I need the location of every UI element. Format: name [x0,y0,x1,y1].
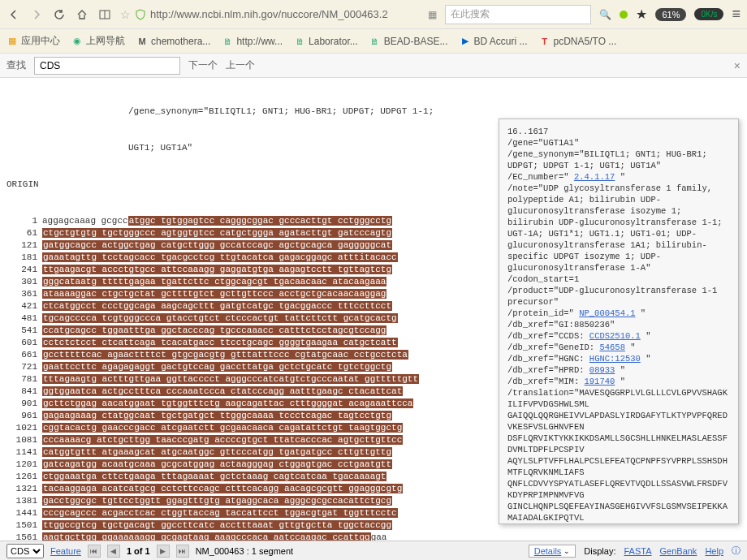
feature-protein: /protein_id=" NP_000454.1 " [507,308,730,319]
bookmark-item[interactable]: 🗎http://ww... [222,36,283,47]
feature-ec: /EC_number=" 2.4.1.17 " [507,171,730,183]
feature-ccds: /db_xref="CCDS: CCDS2510.1 " [507,330,730,342]
find-label: 查找 [6,58,26,72]
url-text[interactable]: http://www.ncbi.nlm.nih.gov/nuccore/NM_0… [150,8,420,20]
segment-label: NM_000463 : 1 segment [196,546,293,556]
prev-page[interactable]: ◀ [107,545,120,558]
reload-button[interactable] [52,7,67,22]
feature-codon: /codon_start=1 [507,274,730,285]
geneid-link[interactable]: 54658 [599,342,625,352]
hprd-link[interactable]: 08933 [589,365,615,375]
find-close[interactable]: × [734,59,741,72]
progress-badge: 61% [655,8,686,21]
search-box[interactable]: 在此搜索 [445,5,591,24]
bookmark-item[interactable]: ▶BD Accuri ... [460,36,528,47]
feature-location: 16..1617 [507,126,730,137]
protein-link[interactable]: NP_000454.1 [579,308,635,318]
feature-gene: /gene="UGT1A1" [507,137,730,149]
help-icon[interactable]: ⓘ [732,545,741,557]
home-button[interactable] [75,7,89,22]
fasta-link[interactable]: FASTA [624,546,651,556]
feature-gi: /db_xref="GI:8850236" [507,319,730,330]
speed-badge: 0K/s [694,8,723,20]
favorite-icon[interactable]: ★ [636,6,647,22]
browser-toolbar: ☆ http://www.ncbi.nlm.nih.gov/nuccore/NM… [0,0,747,29]
sequence-row: 1561aagtgcttgg ggaaaaaagg gcgagtaag aaag… [6,532,741,541]
bookmark-item[interactable]: 🗎BEAD-BASE... [369,36,448,47]
shield-icon[interactable] [136,9,145,20]
feature-mim: /db_xref="MIM: 191740 " [507,376,730,387]
feature-panel: 16..1617 /gene="UGT1A1" /gene_synonym="B… [499,118,739,524]
find-prev[interactable]: 上一个 [226,58,255,72]
forward-button[interactable] [29,7,44,22]
mim-link[interactable]: 191740 [585,377,615,386]
next-page[interactable]: ▶ [157,545,170,558]
bookmark-item[interactable]: 🗎Laborator... [294,36,358,47]
apps-link[interactable]: ▦应用中心 [6,34,60,48]
first-page[interactable]: ⏮ [88,545,101,558]
status-dot [620,11,628,19]
find-input[interactable] [34,57,180,75]
content-area: /gene_synonym="BILIQTL1; GNT1; HUG-BR1; … [0,78,747,541]
panel-button[interactable] [97,7,112,22]
bookmark-item[interactable]: ◉上网导航 [71,34,125,48]
url-bar: ☆ http://www.ncbi.nlm.nih.gov/nuccore/NM… [120,4,420,25]
qr-icon[interactable]: ▦ [428,9,437,20]
bottom-bar: CDS Feature ⏮ ◀ 1 of 1 ▶ ⏭ NM_000463 : 1… [0,541,747,560]
feature-hprd: /db_xref="HPRD: 08933 " [507,364,730,376]
bookmarks-bar: ▦应用中心 ◉上网导航 Mchemothera... 🗎http://ww...… [0,29,747,54]
help-link[interactable]: Help [705,546,723,556]
header-line: /gene_synonym="BILIQTL1; GNT1; HUG-BR1; … [6,106,741,118]
star-icon[interactable]: ☆ [120,8,131,21]
last-page[interactable]: ⏭ [176,545,189,558]
feature-synonym: /gene_synonym="BILIQTL1; GNT1; HUG-BR1; … [507,149,730,171]
feature-geneid: /db_xref="GeneID: 54658 " [507,342,730,353]
search-icon[interactable]: 🔍 [599,9,611,20]
bookmark-item[interactable]: Mchemothera... [136,36,210,47]
bookmark-item[interactable]: TpcDNA5/TO ... [539,36,617,47]
feature-note: /note="UDP glycosyltransferase 1 family,… [507,183,730,274]
feature-translation: /translation="MAVESQGGRPLVLGLLLCVLGPVVSH… [507,387,730,524]
feature-link[interactable]: Feature [50,546,81,556]
ec-link[interactable]: 2.4.1.17 [574,172,615,182]
page-indicator: 1 of 1 [127,546,150,556]
menu-icon[interactable]: ≡ [732,6,741,23]
find-next[interactable]: 下一个 [188,58,218,72]
ccds-link[interactable]: CCDS2510.1 [589,331,641,341]
details-button[interactable]: Details⌄ [529,545,576,558]
find-bar: 查找 下一个 上一个 × [0,54,747,78]
display-label: Display: [584,546,615,556]
genbank-link[interactable]: GenBank [660,546,697,556]
back-button[interactable] [6,7,21,22]
feature-hgnc: /db_xref="HGNC: HGNC:12530 " [507,353,730,364]
feature-selector[interactable]: CDS [6,544,44,558]
feature-product: /product="UDP-glucuronosyltransferase 1-… [507,285,730,308]
hgnc-link[interactable]: HGNC:12530 [589,354,641,364]
